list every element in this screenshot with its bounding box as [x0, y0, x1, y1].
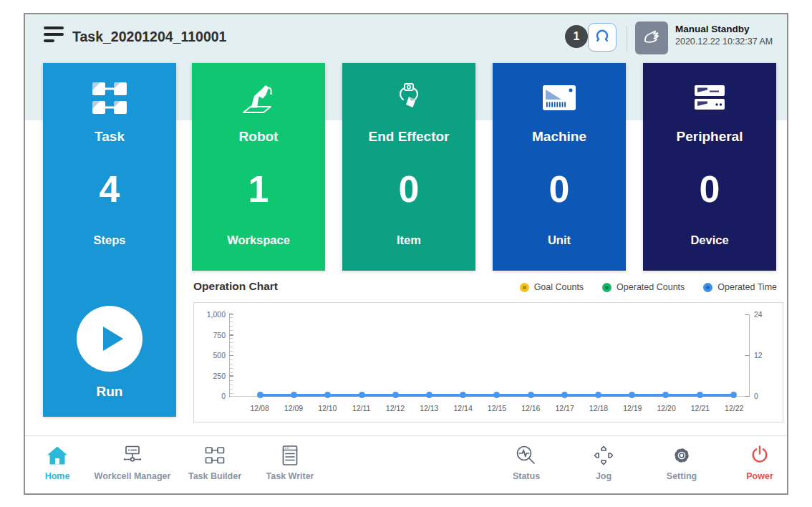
data-points	[257, 392, 737, 398]
machine-icon	[493, 79, 626, 119]
card-value: 0	[342, 169, 475, 209]
y-axis-right-label: 24	[754, 310, 775, 319]
y-axis-right-label: 0	[754, 392, 775, 400]
run-button[interactable]	[77, 306, 142, 372]
power-icon	[715, 442, 804, 468]
nav-divider	[25, 435, 787, 436]
card-value: 4	[43, 169, 176, 209]
y-axis-label: 1,000	[194, 310, 226, 319]
nav-status[interactable]: Status	[482, 442, 571, 481]
nav-workcell-manager[interactable]: Workcell Manager	[88, 442, 177, 481]
task-blocks-icon	[43, 79, 176, 119]
status-icon	[482, 442, 571, 468]
peripheral-server-icon	[643, 79, 776, 119]
y-axis-label: 750	[194, 331, 226, 339]
card-unit: Workspace	[192, 233, 325, 247]
card-machine[interactable]: Machine 0 Unit	[493, 63, 626, 271]
goal-counts-dot-icon	[520, 283, 529, 292]
x-axis-labels: 12/0812/0912/10 12/1112/1212/13 12/1412/…	[243, 404, 751, 412]
card-end-effector[interactable]: End Effector 0 Item	[342, 63, 475, 271]
card-task[interactable]: Task 4 Steps Run	[43, 63, 176, 417]
chart-legend: Goal Counts Operated Counts Operated Tim…	[520, 282, 777, 292]
timestamp: 2020.12.22 10:32:37 AM	[675, 37, 773, 47]
chart-title: Operation Chart	[193, 280, 278, 293]
card-title: Task	[43, 129, 176, 145]
card-value: 0	[643, 169, 776, 209]
card-unit: Steps	[43, 233, 176, 247]
card-title: Peripheral	[643, 129, 776, 145]
card-title: End Effector	[342, 129, 475, 145]
hand-guide-icon	[640, 25, 663, 51]
gripper-icon	[592, 26, 612, 49]
card-value: 0	[493, 169, 626, 209]
card-title: Machine	[493, 129, 626, 145]
operated-counts-dot-icon	[602, 283, 612, 292]
robot-arm-icon	[192, 79, 325, 119]
header-divider	[627, 26, 627, 52]
y-axis-label: 500	[194, 351, 226, 359]
card-title: Robot	[192, 129, 325, 145]
legend-operated-time: Operated Time	[703, 282, 777, 292]
jog-icon	[559, 442, 648, 468]
operated-time-dot-icon	[703, 283, 712, 292]
run-label: Run	[43, 384, 176, 400]
card-unit: Device	[643, 233, 776, 247]
setting-gear-icon	[637, 442, 726, 468]
gripper-reset-button[interactable]	[588, 23, 617, 52]
legend-operated-counts: Operated Counts	[602, 282, 685, 292]
legend-goal-counts: Goal Counts	[520, 282, 584, 292]
mode-status: Manual Standby 2020.12.22 10:32:37 AM	[675, 24, 773, 47]
mode-label: Manual Standby	[675, 24, 773, 34]
card-robot[interactable]: Robot 1 Workspace	[192, 63, 325, 271]
notification-badge: 1	[565, 25, 588, 48]
nav-setting[interactable]: Setting	[637, 442, 726, 481]
nav-jog[interactable]: Jog	[559, 442, 648, 481]
card-unit: Item	[342, 233, 475, 247]
task-writer-icon	[246, 442, 334, 468]
operation-chart: 1,000 750 500 250 0 12/0812/0912/10 12/1…	[193, 302, 783, 422]
app-window: Task_20201204_110001 1 Manual Standby 20…	[24, 13, 788, 495]
nav-power[interactable]: Power	[715, 442, 804, 481]
y-axis-label: 250	[194, 372, 226, 380]
card-unit: Unit	[493, 233, 626, 247]
y-axis-label: 0	[194, 392, 226, 400]
y-axis-right-label: 12	[754, 351, 775, 359]
task-title: Task_20201204_110001	[72, 29, 226, 45]
hamburger-menu-icon[interactable]	[44, 26, 64, 44]
end-effector-gripper-icon	[342, 79, 475, 119]
play-icon	[103, 327, 123, 351]
right-y-axis	[749, 314, 750, 397]
card-value: 1	[192, 169, 325, 209]
workcell-manager-icon	[88, 442, 177, 468]
card-peripheral[interactable]: Peripheral 0 Device	[643, 63, 776, 271]
manual-mode-tile[interactable]	[635, 21, 668, 54]
nav-task-writer[interactable]: Task Writer	[246, 442, 334, 481]
